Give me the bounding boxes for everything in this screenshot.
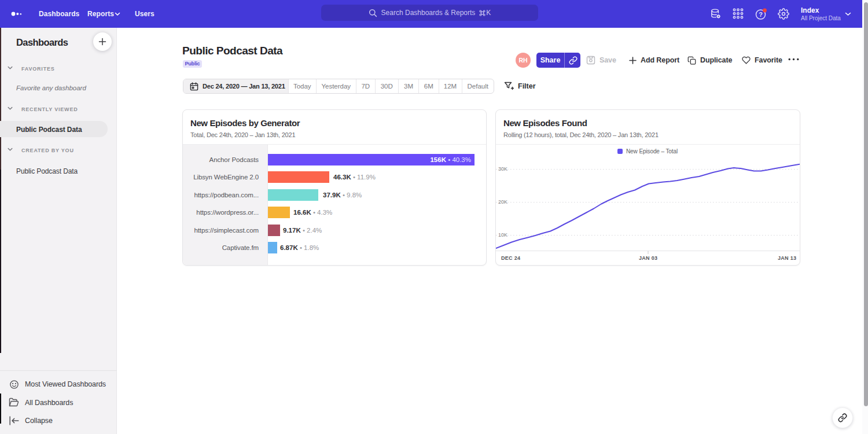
svg-text:?: ? [759,11,763,18]
